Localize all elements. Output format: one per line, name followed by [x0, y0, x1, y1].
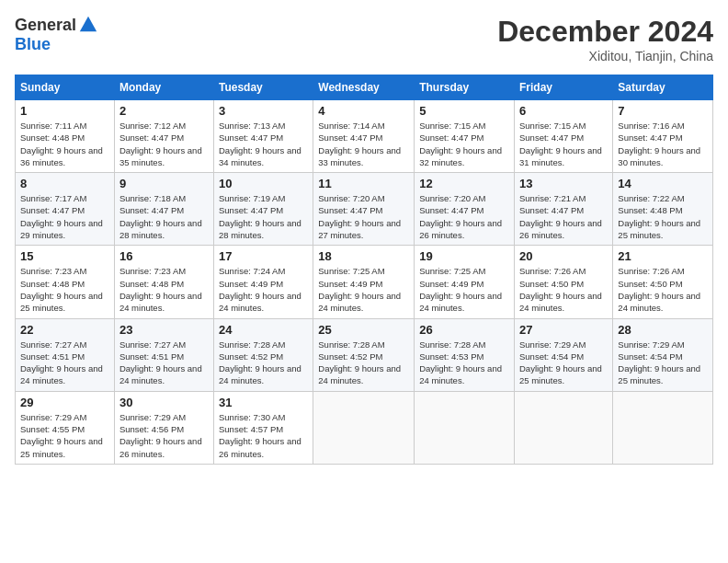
logo-blue-text: Blue: [15, 35, 51, 54]
day-number: 28: [618, 323, 708, 337]
calendar-cell: 31 Sunrise: 7:30 AM Sunset: 4:57 PM Dayl…: [213, 391, 313, 464]
day-number: 27: [519, 323, 608, 337]
day-info: Sunrise: 7:28 AM Sunset: 4:52 PM Dayligh…: [318, 339, 409, 387]
day-number: 25: [318, 323, 409, 337]
calendar-cell: 6 Sunrise: 7:15 AM Sunset: 4:47 PM Dayli…: [515, 100, 613, 173]
day-info: Sunrise: 7:25 AM Sunset: 4:49 PM Dayligh…: [318, 265, 409, 314]
calendar-cell: 28 Sunrise: 7:29 AM Sunset: 4:54 PM Dayl…: [613, 318, 713, 391]
page-header: General Blue December 2024 Xiditou, Tian…: [15, 15, 713, 63]
header-friday: Friday: [515, 75, 613, 100]
calendar-cell: 26 Sunrise: 7:28 AM Sunset: 4:53 PM Dayl…: [415, 318, 515, 391]
calendar-week-row: 22 Sunrise: 7:27 AM Sunset: 4:51 PM Dayl…: [16, 318, 713, 391]
day-number: 7: [618, 104, 708, 118]
calendar-cell: 7 Sunrise: 7:16 AM Sunset: 4:47 PM Dayli…: [613, 100, 713, 173]
day-number: 29: [20, 396, 109, 409]
day-number: 22: [20, 323, 109, 337]
day-number: 4: [318, 104, 409, 118]
calendar-cell: [415, 391, 515, 464]
location-subtitle: Xiditou, Tianjin, China: [497, 49, 713, 63]
calendar-cell: 25 Sunrise: 7:28 AM Sunset: 4:52 PM Dayl…: [313, 318, 415, 391]
day-info: Sunrise: 7:28 AM Sunset: 4:53 PM Dayligh…: [419, 339, 509, 387]
day-number: 12: [419, 177, 509, 190]
header-saturday: Saturday: [613, 75, 713, 100]
day-info: Sunrise: 7:29 AM Sunset: 4:55 PM Dayligh…: [20, 411, 109, 460]
calendar-cell: 10 Sunrise: 7:19 AM Sunset: 4:47 PM Dayl…: [213, 173, 313, 246]
logo-general-text: General: [15, 16, 76, 35]
day-info: Sunrise: 7:24 AM Sunset: 4:49 PM Dayligh…: [219, 265, 308, 314]
day-number: 9: [119, 177, 209, 190]
day-info: Sunrise: 7:16 AM Sunset: 4:47 PM Dayligh…: [618, 120, 708, 168]
day-number: 2: [119, 104, 209, 118]
header-wednesday: Wednesday: [313, 75, 415, 100]
day-info: Sunrise: 7:27 AM Sunset: 4:51 PM Dayligh…: [20, 339, 109, 387]
calendar-cell: [613, 391, 713, 464]
calendar-cell: 12 Sunrise: 7:20 AM Sunset: 4:47 PM Dayl…: [415, 173, 515, 246]
calendar-cell: 19 Sunrise: 7:25 AM Sunset: 4:49 PM Dayl…: [415, 246, 515, 318]
calendar-cell: 17 Sunrise: 7:24 AM Sunset: 4:49 PM Dayl…: [213, 246, 313, 318]
day-number: 6: [519, 104, 608, 118]
day-info: Sunrise: 7:17 AM Sunset: 4:47 PM Dayligh…: [20, 192, 109, 241]
calendar-cell: 8 Sunrise: 7:17 AM Sunset: 4:47 PM Dayli…: [16, 173, 115, 246]
calendar-cell: 21 Sunrise: 7:26 AM Sunset: 4:50 PM Dayl…: [613, 246, 713, 318]
day-number: 11: [318, 177, 409, 190]
calendar-header-row: Sunday Monday Tuesday Wednesday Thursday…: [16, 75, 713, 100]
day-number: 23: [119, 323, 209, 337]
day-number: 21: [618, 249, 708, 263]
day-number: 3: [219, 104, 308, 118]
day-number: 16: [119, 249, 209, 263]
day-number: 13: [519, 177, 608, 190]
day-number: 17: [219, 249, 308, 263]
calendar-cell: 27 Sunrise: 7:29 AM Sunset: 4:54 PM Dayl…: [515, 318, 613, 391]
logo: General Blue: [15, 15, 98, 54]
day-number: 14: [618, 177, 708, 190]
day-info: Sunrise: 7:23 AM Sunset: 4:48 PM Dayligh…: [20, 265, 109, 314]
calendar-cell: 4 Sunrise: 7:14 AM Sunset: 4:47 PM Dayli…: [313, 100, 415, 173]
calendar-week-row: 29 Sunrise: 7:29 AM Sunset: 4:55 PM Dayl…: [16, 391, 713, 464]
day-info: Sunrise: 7:25 AM Sunset: 4:49 PM Dayligh…: [419, 265, 509, 314]
day-info: Sunrise: 7:30 AM Sunset: 4:57 PM Dayligh…: [219, 411, 308, 460]
day-info: Sunrise: 7:29 AM Sunset: 4:56 PM Dayligh…: [119, 411, 209, 460]
calendar-cell: 20 Sunrise: 7:26 AM Sunset: 4:50 PM Dayl…: [515, 246, 613, 318]
day-info: Sunrise: 7:14 AM Sunset: 4:47 PM Dayligh…: [318, 120, 409, 168]
calendar-cell: 14 Sunrise: 7:22 AM Sunset: 4:48 PM Dayl…: [613, 173, 713, 246]
calendar-cell: 30 Sunrise: 7:29 AM Sunset: 4:56 PM Dayl…: [114, 391, 213, 464]
header-thursday: Thursday: [415, 75, 515, 100]
calendar-week-row: 1 Sunrise: 7:11 AM Sunset: 4:48 PM Dayli…: [16, 100, 713, 173]
day-number: 31: [219, 396, 308, 409]
day-info: Sunrise: 7:26 AM Sunset: 4:50 PM Dayligh…: [519, 265, 608, 314]
logo-icon: [78, 15, 98, 35]
day-number: 5: [419, 104, 509, 118]
header-tuesday: Tuesday: [213, 75, 313, 100]
day-number: 1: [20, 104, 109, 118]
day-info: Sunrise: 7:20 AM Sunset: 4:47 PM Dayligh…: [318, 192, 409, 241]
calendar-cell: 11 Sunrise: 7:20 AM Sunset: 4:47 PM Dayl…: [313, 173, 415, 246]
calendar-cell: [313, 391, 415, 464]
calendar-cell: 2 Sunrise: 7:12 AM Sunset: 4:47 PM Dayli…: [114, 100, 213, 173]
day-number: 19: [419, 249, 509, 263]
calendar-cell: [515, 391, 613, 464]
calendar-cell: 16 Sunrise: 7:23 AM Sunset: 4:48 PM Dayl…: [114, 246, 213, 318]
calendar-cell: 15 Sunrise: 7:23 AM Sunset: 4:48 PM Dayl…: [16, 246, 115, 318]
day-number: 8: [20, 177, 109, 190]
calendar-cell: 23 Sunrise: 7:27 AM Sunset: 4:51 PM Dayl…: [114, 318, 213, 391]
day-number: 26: [419, 323, 509, 337]
calendar-cell: 5 Sunrise: 7:15 AM Sunset: 4:47 PM Dayli…: [415, 100, 515, 173]
calendar-cell: 9 Sunrise: 7:18 AM Sunset: 4:47 PM Dayli…: [114, 173, 213, 246]
month-title: December 2024: [497, 15, 713, 49]
day-number: 10: [219, 177, 308, 190]
header-sunday: Sunday: [16, 75, 115, 100]
day-info: Sunrise: 7:23 AM Sunset: 4:48 PM Dayligh…: [119, 265, 209, 314]
day-info: Sunrise: 7:15 AM Sunset: 4:47 PM Dayligh…: [419, 120, 509, 168]
calendar-cell: 3 Sunrise: 7:13 AM Sunset: 4:47 PM Dayli…: [213, 100, 313, 173]
day-info: Sunrise: 7:11 AM Sunset: 4:48 PM Dayligh…: [20, 120, 109, 168]
day-info: Sunrise: 7:15 AM Sunset: 4:47 PM Dayligh…: [519, 120, 608, 168]
calendar-cell: 24 Sunrise: 7:28 AM Sunset: 4:52 PM Dayl…: [213, 318, 313, 391]
day-number: 30: [119, 396, 209, 409]
day-number: 18: [318, 249, 409, 263]
title-section: December 2024 Xiditou, Tianjin, China: [497, 15, 713, 63]
calendar-cell: 1 Sunrise: 7:11 AM Sunset: 4:48 PM Dayli…: [16, 100, 115, 173]
day-info: Sunrise: 7:12 AM Sunset: 4:47 PM Dayligh…: [119, 120, 209, 168]
day-info: Sunrise: 7:29 AM Sunset: 4:54 PM Dayligh…: [519, 339, 608, 387]
day-info: Sunrise: 7:19 AM Sunset: 4:47 PM Dayligh…: [219, 192, 308, 241]
day-info: Sunrise: 7:28 AM Sunset: 4:52 PM Dayligh…: [219, 339, 308, 387]
